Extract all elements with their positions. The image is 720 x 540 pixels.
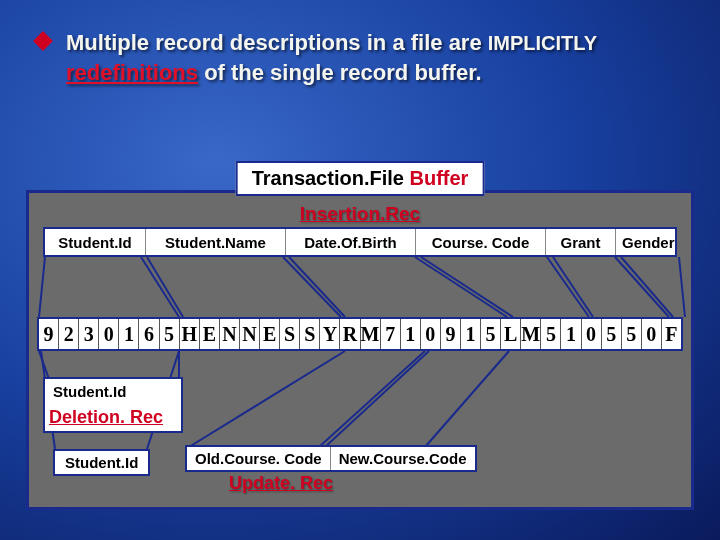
buffer-cell: 5 — [159, 319, 179, 349]
buffer-cell: 5 — [621, 319, 641, 349]
headline-redef: redefinitions — [66, 60, 198, 85]
svg-line-6 — [421, 257, 513, 317]
buffer-cell: M — [520, 319, 540, 349]
col-student-id: Student.Id — [45, 229, 145, 255]
buffer-cell: 9 — [440, 319, 460, 349]
buffer-cell: 1 — [118, 319, 138, 349]
buffer-cell: S — [299, 319, 319, 349]
update-codes: Old.Course. Code New.Course.Code — [185, 445, 477, 472]
buffer-cell: 5 — [540, 319, 560, 349]
col-student-name: Student.Name — [145, 229, 285, 255]
buffer-cell: 1 — [460, 319, 480, 349]
buffer-cell: 0 — [420, 319, 440, 349]
insertion-columns: Student.Id Student.Name Date.Of.Birth Co… — [43, 227, 677, 257]
buffer-cell: 9 — [39, 319, 58, 349]
svg-line-4 — [289, 257, 345, 317]
deletion-student-id: Student.Id — [53, 383, 126, 400]
buffer-cell: F — [661, 319, 681, 349]
svg-line-12 — [39, 351, 49, 379]
col-course-code: Course. Code — [415, 229, 545, 255]
headline-prefix: Multiple record descriptions in a file a… — [66, 30, 488, 55]
headline-text: Multiple record descriptions in a file a… — [66, 28, 597, 87]
buffer-cell: 0 — [98, 319, 118, 349]
svg-line-17 — [319, 351, 425, 447]
svg-line-3 — [283, 257, 341, 317]
bullet-diamond-icon — [33, 31, 53, 51]
svg-line-1 — [141, 257, 179, 317]
buffer-cell: S — [279, 319, 299, 349]
old-course-code: Old.Course. Code — [187, 447, 330, 470]
buffer-cell: 3 — [78, 319, 98, 349]
buffer-cell: 0 — [641, 319, 661, 349]
update-rec-label: Update. Rec — [229, 473, 333, 494]
buffer-cell: R — [339, 319, 359, 349]
buffer-cell: N — [239, 319, 259, 349]
col-gender: Gender — [615, 229, 681, 255]
svg-line-18 — [325, 351, 429, 447]
deletion-rec-box: Student.Id Deletion. Rec — [43, 377, 183, 433]
panel-title: Transaction.File Buffer — [236, 161, 485, 196]
col-dob: Date.Of.Birth — [285, 229, 415, 255]
buffer-data-row: 9230165HENNESSYRM710915LM510550F — [37, 317, 683, 351]
buffer-cell: 0 — [581, 319, 601, 349]
svg-line-19 — [425, 351, 509, 447]
update-student-id: Student.Id — [53, 449, 150, 476]
new-course-code: New.Course.Code — [330, 447, 475, 470]
svg-line-5 — [415, 257, 507, 317]
panel-title-b: Buffer — [409, 167, 468, 189]
headline-suffix: of the single record buffer. — [198, 60, 482, 85]
headline-implicitly: IMPLICITLY — [488, 32, 597, 54]
buffer-cell: 1 — [400, 319, 420, 349]
buffer-cell: L — [500, 319, 520, 349]
svg-line-2 — [147, 257, 183, 317]
panel-title-a: Transaction.File — [252, 167, 410, 189]
headline-row: Multiple record descriptions in a file a… — [0, 0, 720, 87]
buffer-cell: Y — [319, 319, 339, 349]
svg-line-9 — [615, 257, 669, 317]
buffer-cell: M — [360, 319, 380, 349]
deletion-rec-label: Deletion. Rec — [49, 407, 163, 428]
buffer-cell: 1 — [560, 319, 580, 349]
buffer-cell: N — [219, 319, 239, 349]
buffer-cell: 2 — [58, 319, 78, 349]
buffer-cell: E — [199, 319, 219, 349]
svg-line-16 — [189, 351, 345, 447]
buffer-cell: 6 — [138, 319, 158, 349]
insertion-rec-label: Insertion.Rec — [300, 203, 420, 225]
buffer-cell: 5 — [601, 319, 621, 349]
buffer-cell: 7 — [380, 319, 400, 349]
svg-line-0 — [39, 257, 45, 317]
svg-line-7 — [547, 257, 589, 317]
buffer-cell: 5 — [480, 319, 500, 349]
svg-line-10 — [621, 257, 673, 317]
buffer-panel: Transaction.File Buffer Insertion.Rec St… — [26, 190, 694, 510]
svg-line-8 — [553, 257, 593, 317]
svg-line-11 — [679, 257, 685, 317]
buffer-cell: H — [179, 319, 199, 349]
col-grant: Grant — [545, 229, 615, 255]
buffer-cell: E — [259, 319, 279, 349]
